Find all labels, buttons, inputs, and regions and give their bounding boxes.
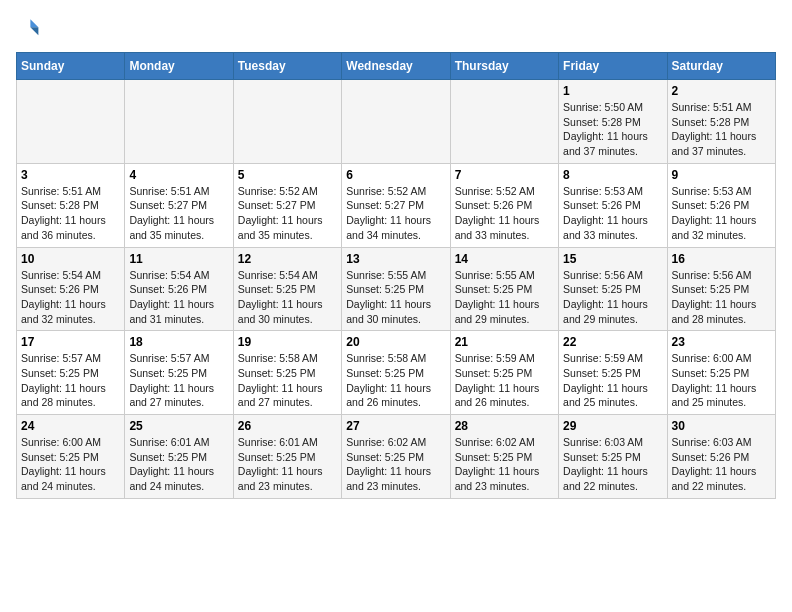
day-number: 27 — [346, 419, 445, 433]
day-number: 12 — [238, 252, 337, 266]
calendar-cell: 29Sunrise: 6:03 AMSunset: 5:25 PMDayligh… — [559, 415, 667, 499]
calendar-week-4: 17Sunrise: 5:57 AMSunset: 5:25 PMDayligh… — [17, 331, 776, 415]
day-number: 15 — [563, 252, 662, 266]
svg-marker-1 — [30, 27, 38, 35]
day-info: Sunrise: 5:54 AMSunset: 5:25 PMDaylight:… — [238, 268, 337, 327]
weekday-header-tuesday: Tuesday — [233, 53, 341, 80]
calendar-cell: 30Sunrise: 6:03 AMSunset: 5:26 PMDayligh… — [667, 415, 775, 499]
calendar-cell: 7Sunrise: 5:52 AMSunset: 5:26 PMDaylight… — [450, 163, 558, 247]
calendar-cell — [450, 80, 558, 164]
day-number: 19 — [238, 335, 337, 349]
calendar-cell: 4Sunrise: 5:51 AMSunset: 5:27 PMDaylight… — [125, 163, 233, 247]
calendar-table: SundayMondayTuesdayWednesdayThursdayFrid… — [16, 52, 776, 499]
weekday-header-wednesday: Wednesday — [342, 53, 450, 80]
day-number: 6 — [346, 168, 445, 182]
day-info: Sunrise: 5:51 AMSunset: 5:28 PMDaylight:… — [672, 100, 771, 159]
calendar-cell: 23Sunrise: 6:00 AMSunset: 5:25 PMDayligh… — [667, 331, 775, 415]
day-number: 24 — [21, 419, 120, 433]
day-number: 20 — [346, 335, 445, 349]
calendar-cell: 11Sunrise: 5:54 AMSunset: 5:26 PMDayligh… — [125, 247, 233, 331]
calendar-cell — [125, 80, 233, 164]
day-number: 23 — [672, 335, 771, 349]
day-number: 16 — [672, 252, 771, 266]
day-number: 1 — [563, 84, 662, 98]
day-info: Sunrise: 5:57 AMSunset: 5:25 PMDaylight:… — [129, 351, 228, 410]
calendar-cell: 9Sunrise: 5:53 AMSunset: 5:26 PMDaylight… — [667, 163, 775, 247]
day-info: Sunrise: 5:54 AMSunset: 5:26 PMDaylight:… — [21, 268, 120, 327]
day-info: Sunrise: 6:01 AMSunset: 5:25 PMDaylight:… — [238, 435, 337, 494]
day-number: 13 — [346, 252, 445, 266]
day-number: 7 — [455, 168, 554, 182]
calendar-week-2: 3Sunrise: 5:51 AMSunset: 5:28 PMDaylight… — [17, 163, 776, 247]
day-info: Sunrise: 5:52 AMSunset: 5:26 PMDaylight:… — [455, 184, 554, 243]
day-number: 26 — [238, 419, 337, 433]
calendar-week-3: 10Sunrise: 5:54 AMSunset: 5:26 PMDayligh… — [17, 247, 776, 331]
logo-icon — [16, 16, 40, 40]
calendar-cell: 8Sunrise: 5:53 AMSunset: 5:26 PMDaylight… — [559, 163, 667, 247]
calendar-cell — [233, 80, 341, 164]
logo — [16, 16, 44, 40]
day-number: 17 — [21, 335, 120, 349]
calendar-cell: 18Sunrise: 5:57 AMSunset: 5:25 PMDayligh… — [125, 331, 233, 415]
day-info: Sunrise: 6:03 AMSunset: 5:25 PMDaylight:… — [563, 435, 662, 494]
day-info: Sunrise: 6:02 AMSunset: 5:25 PMDaylight:… — [455, 435, 554, 494]
day-info: Sunrise: 5:56 AMSunset: 5:25 PMDaylight:… — [563, 268, 662, 327]
calendar-cell: 5Sunrise: 5:52 AMSunset: 5:27 PMDaylight… — [233, 163, 341, 247]
day-info: Sunrise: 5:58 AMSunset: 5:25 PMDaylight:… — [346, 351, 445, 410]
day-number: 2 — [672, 84, 771, 98]
calendar-cell: 14Sunrise: 5:55 AMSunset: 5:25 PMDayligh… — [450, 247, 558, 331]
day-info: Sunrise: 5:55 AMSunset: 5:25 PMDaylight:… — [455, 268, 554, 327]
day-info: Sunrise: 5:52 AMSunset: 5:27 PMDaylight:… — [238, 184, 337, 243]
day-number: 30 — [672, 419, 771, 433]
weekday-header-monday: Monday — [125, 53, 233, 80]
weekday-header-thursday: Thursday — [450, 53, 558, 80]
day-number: 5 — [238, 168, 337, 182]
calendar-cell — [342, 80, 450, 164]
day-info: Sunrise: 6:03 AMSunset: 5:26 PMDaylight:… — [672, 435, 771, 494]
day-info: Sunrise: 5:51 AMSunset: 5:27 PMDaylight:… — [129, 184, 228, 243]
day-info: Sunrise: 5:53 AMSunset: 5:26 PMDaylight:… — [672, 184, 771, 243]
calendar-cell: 2Sunrise: 5:51 AMSunset: 5:28 PMDaylight… — [667, 80, 775, 164]
day-number: 29 — [563, 419, 662, 433]
day-number: 4 — [129, 168, 228, 182]
day-number: 9 — [672, 168, 771, 182]
day-info: Sunrise: 5:56 AMSunset: 5:25 PMDaylight:… — [672, 268, 771, 327]
calendar-cell: 27Sunrise: 6:02 AMSunset: 5:25 PMDayligh… — [342, 415, 450, 499]
day-info: Sunrise: 6:02 AMSunset: 5:25 PMDaylight:… — [346, 435, 445, 494]
calendar-cell: 16Sunrise: 5:56 AMSunset: 5:25 PMDayligh… — [667, 247, 775, 331]
calendar-cell: 1Sunrise: 5:50 AMSunset: 5:28 PMDaylight… — [559, 80, 667, 164]
calendar-cell: 12Sunrise: 5:54 AMSunset: 5:25 PMDayligh… — [233, 247, 341, 331]
calendar-week-5: 24Sunrise: 6:00 AMSunset: 5:25 PMDayligh… — [17, 415, 776, 499]
day-number: 22 — [563, 335, 662, 349]
day-number: 11 — [129, 252, 228, 266]
day-number: 8 — [563, 168, 662, 182]
calendar-cell: 6Sunrise: 5:52 AMSunset: 5:27 PMDaylight… — [342, 163, 450, 247]
calendar-cell: 21Sunrise: 5:59 AMSunset: 5:25 PMDayligh… — [450, 331, 558, 415]
weekday-header-friday: Friday — [559, 53, 667, 80]
day-info: Sunrise: 5:50 AMSunset: 5:28 PMDaylight:… — [563, 100, 662, 159]
calendar-cell: 24Sunrise: 6:00 AMSunset: 5:25 PMDayligh… — [17, 415, 125, 499]
calendar-cell: 20Sunrise: 5:58 AMSunset: 5:25 PMDayligh… — [342, 331, 450, 415]
calendar-cell: 22Sunrise: 5:59 AMSunset: 5:25 PMDayligh… — [559, 331, 667, 415]
day-info: Sunrise: 5:52 AMSunset: 5:27 PMDaylight:… — [346, 184, 445, 243]
calendar-week-1: 1Sunrise: 5:50 AMSunset: 5:28 PMDaylight… — [17, 80, 776, 164]
day-number: 14 — [455, 252, 554, 266]
day-number: 10 — [21, 252, 120, 266]
calendar-header-row: SundayMondayTuesdayWednesdayThursdayFrid… — [17, 53, 776, 80]
day-number: 18 — [129, 335, 228, 349]
calendar-cell: 25Sunrise: 6:01 AMSunset: 5:25 PMDayligh… — [125, 415, 233, 499]
calendar-cell: 17Sunrise: 5:57 AMSunset: 5:25 PMDayligh… — [17, 331, 125, 415]
page-header — [16, 16, 776, 40]
day-info: Sunrise: 5:53 AMSunset: 5:26 PMDaylight:… — [563, 184, 662, 243]
day-number: 28 — [455, 419, 554, 433]
day-info: Sunrise: 6:01 AMSunset: 5:25 PMDaylight:… — [129, 435, 228, 494]
day-info: Sunrise: 5:59 AMSunset: 5:25 PMDaylight:… — [563, 351, 662, 410]
day-number: 25 — [129, 419, 228, 433]
day-info: Sunrise: 5:58 AMSunset: 5:25 PMDaylight:… — [238, 351, 337, 410]
day-number: 21 — [455, 335, 554, 349]
day-info: Sunrise: 5:59 AMSunset: 5:25 PMDaylight:… — [455, 351, 554, 410]
calendar-cell: 10Sunrise: 5:54 AMSunset: 5:26 PMDayligh… — [17, 247, 125, 331]
calendar-cell: 3Sunrise: 5:51 AMSunset: 5:28 PMDaylight… — [17, 163, 125, 247]
weekday-header-sunday: Sunday — [17, 53, 125, 80]
calendar-cell — [17, 80, 125, 164]
